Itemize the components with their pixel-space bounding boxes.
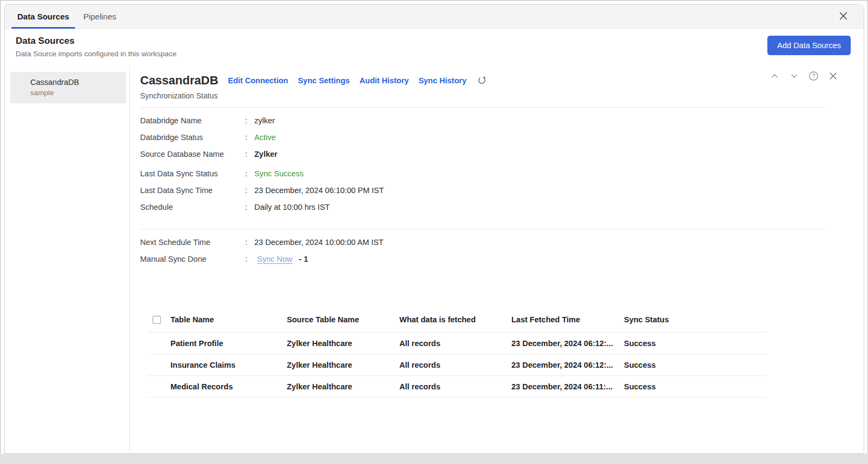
table-row[interactable]: Medical Records Zylker Healthcare All re… — [148, 376, 767, 397]
detail-row-databridge-status: Databridge Status Active — [140, 129, 824, 145]
detail-label: Last Data Sync Time — [140, 186, 245, 195]
screen: Data Sources Pipelines Data Sources Data… — [0, 0, 868, 464]
detail-value-status: Sync Success — [254, 169, 304, 178]
column-header-source-table: Source Table Name — [287, 315, 399, 324]
edit-connection-link[interactable]: Edit Connection — [228, 76, 288, 85]
detail-row-source-database: Source Database Name Zylker — [140, 145, 824, 162]
tables-list: Table Name Source Table Name What data i… — [148, 307, 767, 397]
table-row[interactable]: Insurance Claims Zylker Healthcare All r… — [148, 354, 767, 376]
page-backdrop-strip — [0, 454, 868, 464]
content: CassandraDB sample — [5, 66, 864, 453]
cell-last-fetched: 23 December, 2024 06:12:... — [511, 361, 624, 369]
detail-value-status: Active — [254, 133, 276, 142]
cell-sync-status: Success — [624, 382, 767, 391]
svg-text:?: ? — [812, 72, 815, 78]
sync-now-link[interactable]: Sync Now — [257, 255, 292, 263]
tab-data-sources[interactable]: Data Sources — [10, 5, 76, 28]
panel-toolbar: ? — [768, 71, 839, 83]
cell-table-name: Patient Profile — [170, 339, 287, 348]
colon — [245, 238, 250, 247]
cell-last-fetched: 23 December, 2024 06:12:... — [511, 339, 624, 348]
select-all-checkbox[interactable] — [153, 316, 161, 324]
column-header-sync-status: Sync Status — [624, 315, 767, 324]
table-row[interactable]: Patient Profile Zylker Healthcare All re… — [148, 333, 767, 354]
table-header-row: Table Name Source Table Name What data i… — [148, 307, 767, 333]
colon — [245, 116, 250, 125]
detail-row-last-sync-time: Last Data Sync Time 23 December, 2024 06… — [140, 182, 824, 198]
sidebar-item-subtitle: sample — [30, 89, 121, 97]
detail-label: Manual Sync Done — [140, 255, 245, 263]
detail-label: Databridge Status — [140, 133, 245, 142]
detail-label: Schedule — [140, 203, 245, 211]
close-icon — [839, 11, 848, 23]
cell-source-table: Zylker Healthcare — [287, 361, 399, 369]
cell-fetched: All records — [399, 382, 511, 391]
add-data-sources-button[interactable]: Add Data Sources — [767, 36, 851, 55]
colon — [245, 255, 250, 263]
cell-source-table: Zylker Healthcare — [287, 339, 399, 348]
detail-label: Databridge Name — [140, 116, 245, 125]
help-button[interactable]: ? — [807, 71, 819, 83]
next-source-button[interactable] — [788, 71, 800, 83]
section-title: Synchronization Status — [140, 91, 824, 100]
column-header-fetched: What data is fetched — [399, 315, 511, 324]
page-subtitle: Data Source imports configured in this w… — [16, 50, 851, 58]
refresh-button[interactable] — [477, 76, 486, 87]
cell-sync-status: Success — [624, 339, 767, 348]
detail-value: 23 December, 2024 10:00:00 AM IST — [254, 238, 384, 247]
schedule-details: Next Schedule Time 23 December, 2024 10:… — [140, 234, 824, 267]
detail-row-last-sync-status: Last Data Sync Status Sync Success — [140, 165, 824, 182]
sync-settings-link[interactable]: Sync Settings — [298, 76, 350, 85]
main-panel: ? CassandraDB Edit Connecti — [130, 66, 864, 453]
sidebar-item-name: CassandraDB — [30, 78, 121, 87]
chevron-up-icon — [770, 71, 779, 83]
datasource-title: CassandraDB — [140, 74, 218, 88]
tab-pipelines[interactable]: Pipelines — [76, 5, 123, 28]
colon — [245, 203, 250, 211]
colon — [245, 169, 250, 178]
column-header-table-name: Table Name — [170, 315, 287, 324]
detail-value: Daily at 10:00 hrs IST — [254, 203, 330, 211]
sidebar-item-cassandradb[interactable]: CassandraDB sample — [10, 72, 126, 103]
cell-table-name: Insurance Claims — [170, 361, 287, 369]
page-header: Data Sources Data Source imports configu… — [5, 29, 864, 66]
cell-source-table: Zylker Healthcare — [287, 382, 399, 391]
cell-table-name: Medical Records — [170, 382, 287, 391]
colon — [245, 186, 250, 195]
column-header-last-fetched: Last Fetched Time — [511, 315, 624, 324]
cell-last-fetched: 23 December, 2024 06:11:... — [511, 382, 624, 391]
close-icon — [828, 71, 838, 83]
divider — [140, 107, 824, 108]
detail-row-databridge-name: Databridge Name zylker — [140, 112, 824, 129]
detail-value: Zylker — [254, 150, 278, 158]
cell-sync-status: Success — [624, 361, 767, 369]
modal-close-button[interactable] — [837, 10, 850, 23]
colon — [245, 150, 250, 158]
detail-label: Last Data Sync Status — [140, 169, 245, 178]
divider — [140, 229, 824, 229]
detail-value: 23 December, 2024 06:10:00 PM IST — [254, 186, 384, 195]
detail-row-manual-sync: Manual Sync Done Sync Now - 1 — [140, 250, 824, 267]
tab-bar: Data Sources Pipelines — [5, 5, 864, 29]
detail-label: Source Database Name — [140, 150, 245, 158]
audit-history-link[interactable]: Audit History — [359, 76, 409, 85]
help-circle-icon: ? — [808, 71, 819, 83]
detail-label: Next Schedule Time — [140, 238, 245, 247]
cell-fetched: All records — [399, 339, 511, 348]
manual-sync-count: - 1 — [299, 255, 308, 263]
cell-fetched: All records — [399, 361, 511, 369]
panel-close-button[interactable] — [827, 71, 839, 83]
colon — [245, 133, 250, 142]
data-sources-modal: Data Sources Pipelines Data Sources Data… — [4, 4, 864, 454]
detail-row-schedule: Schedule Daily at 10:00 hrs IST — [140, 198, 824, 215]
sidebar: CassandraDB sample — [5, 66, 130, 453]
detail-value: zylker — [254, 116, 275, 125]
chevron-down-icon — [790, 71, 799, 83]
sync-status-details: Databridge Name zylker Databridge Status… — [140, 112, 824, 215]
detail-row-next-schedule: Next Schedule Time 23 December, 2024 10:… — [140, 234, 824, 250]
panel-title-row: CassandraDB Edit Connection Sync Setting… — [140, 74, 824, 88]
refresh-icon — [477, 76, 486, 87]
page-title: Data Sources — [16, 36, 851, 47]
sync-history-link[interactable]: Sync History — [418, 76, 466, 85]
previous-source-button[interactable] — [768, 71, 780, 83]
